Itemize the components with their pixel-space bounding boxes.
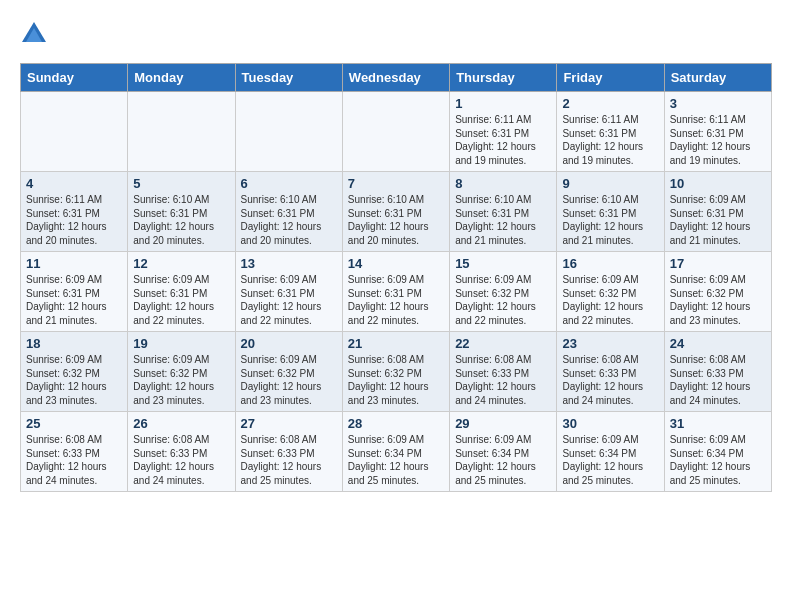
- calendar-cell: 5Sunrise: 6:10 AM Sunset: 6:31 PM Daylig…: [128, 172, 235, 252]
- day-number: 10: [670, 176, 766, 191]
- day-header-sunday: Sunday: [21, 64, 128, 92]
- calendar-cell: 20Sunrise: 6:09 AM Sunset: 6:32 PM Dayli…: [235, 332, 342, 412]
- calendar-cell: 4Sunrise: 6:11 AM Sunset: 6:31 PM Daylig…: [21, 172, 128, 252]
- calendar-cell: 30Sunrise: 6:09 AM Sunset: 6:34 PM Dayli…: [557, 412, 664, 492]
- day-number: 18: [26, 336, 122, 351]
- day-number: 28: [348, 416, 444, 431]
- day-info: Sunrise: 6:09 AM Sunset: 6:31 PM Dayligh…: [670, 193, 766, 247]
- day-info: Sunrise: 6:09 AM Sunset: 6:31 PM Dayligh…: [348, 273, 444, 327]
- calendar-cell: [21, 92, 128, 172]
- calendar-cell: [235, 92, 342, 172]
- day-info: Sunrise: 6:10 AM Sunset: 6:31 PM Dayligh…: [562, 193, 658, 247]
- calendar-cell: 9Sunrise: 6:10 AM Sunset: 6:31 PM Daylig…: [557, 172, 664, 252]
- day-number: 30: [562, 416, 658, 431]
- day-header-wednesday: Wednesday: [342, 64, 449, 92]
- calendar-cell: 11Sunrise: 6:09 AM Sunset: 6:31 PM Dayli…: [21, 252, 128, 332]
- day-info: Sunrise: 6:09 AM Sunset: 6:31 PM Dayligh…: [133, 273, 229, 327]
- day-info: Sunrise: 6:10 AM Sunset: 6:31 PM Dayligh…: [455, 193, 551, 247]
- calendar-cell: 2Sunrise: 6:11 AM Sunset: 6:31 PM Daylig…: [557, 92, 664, 172]
- day-number: 13: [241, 256, 337, 271]
- day-info: Sunrise: 6:10 AM Sunset: 6:31 PM Dayligh…: [241, 193, 337, 247]
- calendar-table: SundayMondayTuesdayWednesdayThursdayFrid…: [20, 63, 772, 492]
- day-info: Sunrise: 6:11 AM Sunset: 6:31 PM Dayligh…: [26, 193, 122, 247]
- day-number: 2: [562, 96, 658, 111]
- day-number: 5: [133, 176, 229, 191]
- day-header-tuesday: Tuesday: [235, 64, 342, 92]
- day-number: 24: [670, 336, 766, 351]
- calendar-cell: 25Sunrise: 6:08 AM Sunset: 6:33 PM Dayli…: [21, 412, 128, 492]
- day-header-thursday: Thursday: [450, 64, 557, 92]
- day-number: 12: [133, 256, 229, 271]
- day-info: Sunrise: 6:11 AM Sunset: 6:31 PM Dayligh…: [455, 113, 551, 167]
- day-info: Sunrise: 6:09 AM Sunset: 6:32 PM Dayligh…: [455, 273, 551, 327]
- day-number: 27: [241, 416, 337, 431]
- day-number: 11: [26, 256, 122, 271]
- day-number: 20: [241, 336, 337, 351]
- calendar-cell: 29Sunrise: 6:09 AM Sunset: 6:34 PM Dayli…: [450, 412, 557, 492]
- day-info: Sunrise: 6:09 AM Sunset: 6:34 PM Dayligh…: [562, 433, 658, 487]
- day-number: 22: [455, 336, 551, 351]
- day-info: Sunrise: 6:09 AM Sunset: 6:34 PM Dayligh…: [670, 433, 766, 487]
- day-number: 4: [26, 176, 122, 191]
- day-info: Sunrise: 6:11 AM Sunset: 6:31 PM Dayligh…: [670, 113, 766, 167]
- day-info: Sunrise: 6:11 AM Sunset: 6:31 PM Dayligh…: [562, 113, 658, 167]
- week-row-0: 1Sunrise: 6:11 AM Sunset: 6:31 PM Daylig…: [21, 92, 772, 172]
- calendar-cell: 15Sunrise: 6:09 AM Sunset: 6:32 PM Dayli…: [450, 252, 557, 332]
- calendar-cell: 22Sunrise: 6:08 AM Sunset: 6:33 PM Dayli…: [450, 332, 557, 412]
- day-info: Sunrise: 6:09 AM Sunset: 6:31 PM Dayligh…: [26, 273, 122, 327]
- day-number: 15: [455, 256, 551, 271]
- day-number: 6: [241, 176, 337, 191]
- day-info: Sunrise: 6:09 AM Sunset: 6:34 PM Dayligh…: [348, 433, 444, 487]
- day-info: Sunrise: 6:08 AM Sunset: 6:32 PM Dayligh…: [348, 353, 444, 407]
- logo: [20, 20, 52, 48]
- day-number: 8: [455, 176, 551, 191]
- day-info: Sunrise: 6:09 AM Sunset: 6:32 PM Dayligh…: [562, 273, 658, 327]
- calendar-cell: 14Sunrise: 6:09 AM Sunset: 6:31 PM Dayli…: [342, 252, 449, 332]
- calendar-cell: 7Sunrise: 6:10 AM Sunset: 6:31 PM Daylig…: [342, 172, 449, 252]
- calendar-cell: 6Sunrise: 6:10 AM Sunset: 6:31 PM Daylig…: [235, 172, 342, 252]
- day-number: 9: [562, 176, 658, 191]
- week-row-1: 4Sunrise: 6:11 AM Sunset: 6:31 PM Daylig…: [21, 172, 772, 252]
- day-number: 16: [562, 256, 658, 271]
- calendar-cell: 16Sunrise: 6:09 AM Sunset: 6:32 PM Dayli…: [557, 252, 664, 332]
- calendar-cell: 10Sunrise: 6:09 AM Sunset: 6:31 PM Dayli…: [664, 172, 771, 252]
- day-number: 3: [670, 96, 766, 111]
- calendar-cell: 19Sunrise: 6:09 AM Sunset: 6:32 PM Dayli…: [128, 332, 235, 412]
- day-number: 7: [348, 176, 444, 191]
- day-number: 17: [670, 256, 766, 271]
- day-info: Sunrise: 6:10 AM Sunset: 6:31 PM Dayligh…: [348, 193, 444, 247]
- logo-icon: [20, 20, 48, 48]
- day-header-friday: Friday: [557, 64, 664, 92]
- calendar-cell: 26Sunrise: 6:08 AM Sunset: 6:33 PM Dayli…: [128, 412, 235, 492]
- calendar-cell: [342, 92, 449, 172]
- day-number: 31: [670, 416, 766, 431]
- calendar-cell: 27Sunrise: 6:08 AM Sunset: 6:33 PM Dayli…: [235, 412, 342, 492]
- day-info: Sunrise: 6:08 AM Sunset: 6:33 PM Dayligh…: [26, 433, 122, 487]
- week-row-3: 18Sunrise: 6:09 AM Sunset: 6:32 PM Dayli…: [21, 332, 772, 412]
- page: SundayMondayTuesdayWednesdayThursdayFrid…: [0, 0, 792, 502]
- calendar-cell: 31Sunrise: 6:09 AM Sunset: 6:34 PM Dayli…: [664, 412, 771, 492]
- calendar-cell: [128, 92, 235, 172]
- day-info: Sunrise: 6:08 AM Sunset: 6:33 PM Dayligh…: [562, 353, 658, 407]
- calendar-header-row: SundayMondayTuesdayWednesdayThursdayFrid…: [21, 64, 772, 92]
- calendar-cell: 23Sunrise: 6:08 AM Sunset: 6:33 PM Dayli…: [557, 332, 664, 412]
- day-number: 21: [348, 336, 444, 351]
- calendar-cell: 24Sunrise: 6:08 AM Sunset: 6:33 PM Dayli…: [664, 332, 771, 412]
- calendar-cell: 21Sunrise: 6:08 AM Sunset: 6:32 PM Dayli…: [342, 332, 449, 412]
- day-header-monday: Monday: [128, 64, 235, 92]
- calendar-cell: 3Sunrise: 6:11 AM Sunset: 6:31 PM Daylig…: [664, 92, 771, 172]
- calendar-cell: 12Sunrise: 6:09 AM Sunset: 6:31 PM Dayli…: [128, 252, 235, 332]
- day-info: Sunrise: 6:10 AM Sunset: 6:31 PM Dayligh…: [133, 193, 229, 247]
- day-info: Sunrise: 6:08 AM Sunset: 6:33 PM Dayligh…: [670, 353, 766, 407]
- day-number: 1: [455, 96, 551, 111]
- day-info: Sunrise: 6:09 AM Sunset: 6:34 PM Dayligh…: [455, 433, 551, 487]
- day-info: Sunrise: 6:09 AM Sunset: 6:32 PM Dayligh…: [670, 273, 766, 327]
- day-header-saturday: Saturday: [664, 64, 771, 92]
- day-info: Sunrise: 6:09 AM Sunset: 6:32 PM Dayligh…: [26, 353, 122, 407]
- calendar-cell: 18Sunrise: 6:09 AM Sunset: 6:32 PM Dayli…: [21, 332, 128, 412]
- day-number: 14: [348, 256, 444, 271]
- day-info: Sunrise: 6:08 AM Sunset: 6:33 PM Dayligh…: [241, 433, 337, 487]
- week-row-2: 11Sunrise: 6:09 AM Sunset: 6:31 PM Dayli…: [21, 252, 772, 332]
- header: [20, 20, 772, 48]
- calendar-cell: 1Sunrise: 6:11 AM Sunset: 6:31 PM Daylig…: [450, 92, 557, 172]
